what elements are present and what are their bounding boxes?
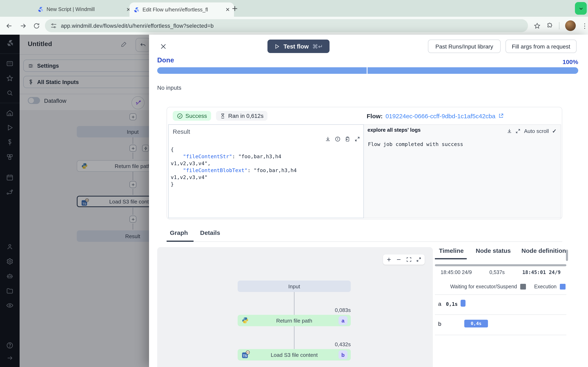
windmill-favicon [38, 7, 43, 12]
timeline-legend: Waiting for executor/Suspend Execution [435, 284, 566, 290]
hourglass-icon [220, 113, 225, 118]
zoom-in-icon[interactable] [386, 257, 392, 262]
past-runs-button[interactable]: Past Runs/Input library [428, 40, 501, 53]
new-tab-button[interactable] [231, 4, 239, 13]
row-duration: 0,1s [446, 301, 458, 307]
fullscreen-icon[interactable] [416, 257, 421, 262]
status-badge-label: Success [185, 113, 207, 119]
logs-pane: explore all steps' logs Auto scroll ✓ Fl… [364, 124, 561, 218]
play-icon [274, 43, 280, 49]
fit-view-icon[interactable] [406, 257, 411, 262]
graph-zoom-toolbar [383, 254, 425, 265]
node-label: Load S3 file content [271, 352, 318, 358]
browser-tab-strip: New Script | Windmill ✕ Edit Flow u/henr… [0, 0, 588, 17]
expand-icon[interactable] [516, 128, 521, 134]
reload-button[interactable] [30, 19, 43, 33]
run-result-body: Result { "fileContentStr": "foo,bar,h3,h… [168, 124, 561, 218]
progress-segment-divider [367, 67, 368, 74]
tab-node-definition[interactable]: Node definition [521, 247, 566, 254]
legend-execution-label: Execution [534, 284, 557, 290]
graph-node-input[interactable]: Input [238, 281, 351, 292]
timeline-panel: Timeline Node status Node definition 18:… [435, 247, 568, 367]
run-percent: 100% [562, 58, 578, 65]
toolbar-right: ⋮ [534, 20, 588, 31]
download-icon[interactable] [507, 128, 512, 134]
status-badge: Success [173, 111, 211, 121]
tab-timeline[interactable]: Timeline [439, 247, 464, 254]
past-runs-label: Past Runs/Input library [435, 43, 493, 50]
modal-backdrop[interactable] [0, 35, 149, 367]
tab-graph[interactable]: Graph [170, 229, 188, 236]
result-json: { "fileContentStr": "foo,bar,h3,h4 v1,v2… [171, 146, 297, 188]
timeline-row-b: b 0,4s [435, 315, 566, 334]
execution-bar: 0,4s [464, 320, 488, 327]
tab-node-status[interactable]: Node status [476, 247, 511, 254]
fill-args-label: Fill args from a request [512, 43, 570, 50]
screen-share-indicator[interactable] [575, 2, 587, 15]
download-icon[interactable] [325, 136, 331, 142]
logs-toolbar: Auto scroll ✓ [507, 128, 557, 134]
result-toolbar [325, 136, 360, 142]
flow-run-graph: Input 0,083s Return file path a 0,432s T… [157, 247, 433, 367]
test-flow-button[interactable]: Test flow ⌘↵ [268, 40, 329, 53]
flow-id-link[interactable]: 019224ec-0666-ccff-9dbd-1c1af5c42cba [385, 112, 495, 119]
start-timestamp: 18:45:00 24/9 [441, 269, 472, 275]
step-duration: 0,083s [310, 307, 351, 313]
tab-close-icon[interactable]: ✕ [225, 7, 230, 13]
info-icon[interactable] [335, 136, 341, 142]
forward-button[interactable] [16, 19, 30, 33]
divider [435, 335, 566, 335]
shortcut-hint: ⌘↵ [312, 43, 323, 50]
extensions-icon[interactable] [546, 22, 553, 29]
logs-header: explore all steps' logs [367, 127, 421, 133]
end-timestamp: 18:45:01 24/9 [522, 269, 561, 275]
auto-scroll-check-icon[interactable]: ✓ [552, 128, 557, 134]
test-flow-label: Test flow [284, 43, 309, 50]
zoom-out-icon[interactable] [396, 257, 402, 262]
svg-text:TS: TS [243, 354, 247, 358]
graph-node-return-file-path[interactable]: Return file path a [238, 315, 351, 326]
copy-clipboard-icon[interactable] [345, 136, 350, 142]
auto-scroll-label[interactable]: Auto scroll [524, 128, 549, 134]
external-link-icon[interactable] [498, 113, 504, 119]
bookmark-star-icon[interactable] [534, 22, 541, 29]
duration-badge-label: Ran in 0,612s [228, 113, 264, 119]
tab-title: New Script | Windmill [47, 7, 123, 12]
graph-node-load-s3-file-content[interactable]: TS Load S3 file content b [238, 349, 351, 360]
no-inputs-text: No inputs [157, 84, 181, 91]
row-step-id: b [438, 320, 441, 327]
edge [294, 326, 294, 349]
active-tab-underline [435, 258, 467, 259]
flow-id-line: Flow: 019224ec-0666-ccff-9dbd-1c1af5c42c… [367, 112, 504, 119]
back-button[interactable] [2, 19, 16, 33]
browser-tab-new-script[interactable]: New Script | Windmill ✕ [34, 3, 134, 16]
horizontal-scrollbar[interactable] [435, 264, 566, 266]
python-icon [242, 317, 249, 324]
result-pane: Result { "fileContentStr": "foo,bar,h3,h… [168, 124, 364, 218]
fill-args-button[interactable]: Fill args from a request [506, 40, 577, 53]
total-duration: 0,537s [489, 269, 505, 275]
windmill-favicon [134, 7, 139, 12]
timeline-row-a: a 0,1s [435, 295, 566, 314]
browser-menu-icon[interactable]: ⋮ [581, 22, 588, 30]
tab-details[interactable]: Details [200, 229, 220, 236]
site-settings-icon[interactable] [51, 23, 57, 29]
run-status: Done [157, 56, 174, 64]
browser-tab-edit-flow[interactable]: Edit Flow u/henri/effortless_fl ✕ [130, 2, 234, 17]
row-step-id: a [438, 300, 441, 307]
close-icon[interactable] [160, 43, 168, 51]
tab-title: Edit Flow u/henri/effortless_fl [143, 7, 222, 12]
toolbar-separator [559, 22, 559, 29]
run-result-card: Success Ran in 0,612s Flow: 019224ec-066… [167, 107, 562, 219]
node-label: Return file path [276, 317, 312, 324]
url-bar[interactable]: app.windmill.dev/flows/edit/u/henri/effo… [45, 19, 528, 32]
expand-icon[interactable] [355, 136, 360, 142]
step-id-badge: b [338, 350, 347, 359]
flow-id-label: Flow: [367, 112, 383, 119]
legend-execution-swatch [560, 284, 566, 290]
profile-avatar[interactable] [565, 20, 576, 31]
progress-bar [157, 67, 578, 74]
windmill-app: Untitled Settings All Static Inputs Data… [0, 35, 588, 367]
vertical-scrollbar[interactable] [566, 250, 568, 261]
browser-toolbar: app.windmill.dev/flows/edit/u/henri/effo… [0, 17, 588, 35]
